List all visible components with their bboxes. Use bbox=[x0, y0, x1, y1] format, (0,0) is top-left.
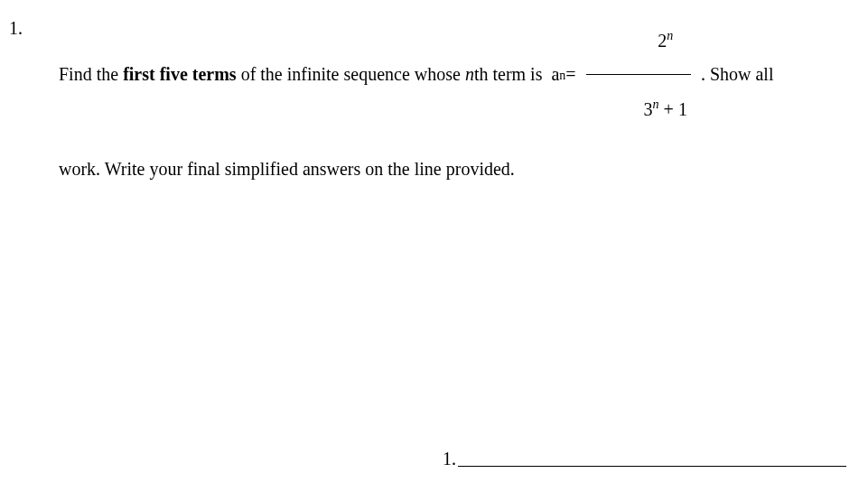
bold-phrase: first five terms bbox=[123, 53, 237, 95]
answer-blank-line[interactable] bbox=[458, 465, 846, 467]
num-base: 2 bbox=[658, 31, 667, 51]
den-base: 3 bbox=[644, 98, 653, 118]
answer-area: 1. bbox=[443, 449, 846, 469]
problem-row: 1. Find the first five terms of the infi… bbox=[9, 7, 850, 190]
subscript-n: n bbox=[559, 61, 565, 90]
fraction-denominator: 3n + 1 bbox=[586, 74, 691, 142]
den-rest: + 1 bbox=[659, 98, 687, 118]
problem-container: 1. Find the first five terms of the infi… bbox=[9, 7, 850, 190]
text-segment: . Show all bbox=[696, 53, 774, 95]
nth-n: n bbox=[465, 53, 474, 95]
problem-number: 1. bbox=[9, 7, 59, 39]
problem-text: Find the first five terms of the infinit… bbox=[59, 7, 850, 190]
problem-line-2: work. Write your final simplified answer… bbox=[59, 148, 850, 190]
problem-line-1: Find the first five terms of the infinit… bbox=[59, 7, 850, 141]
text-segment: of the infinite sequence whose bbox=[237, 53, 465, 95]
num-exp: n bbox=[667, 29, 673, 42]
answer-label: 1. bbox=[443, 449, 456, 469]
fraction-numerator: 2n bbox=[600, 7, 677, 74]
fraction: 2n 3n + 1 bbox=[586, 7, 691, 141]
text-segment: Find the bbox=[59, 53, 123, 95]
den-exp: n bbox=[653, 97, 659, 111]
text-segment: th term is a bbox=[474, 53, 559, 95]
equals-sign: = bbox=[565, 53, 580, 95]
